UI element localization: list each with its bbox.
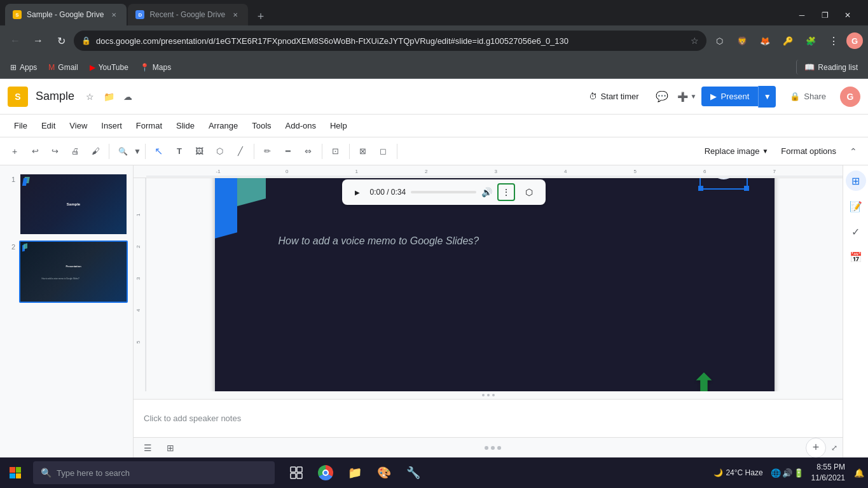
select-button[interactable]: ↖	[149, 142, 169, 161]
bookmark-youtube[interactable]: ▶ YouTube	[85, 59, 134, 76]
slide-thumb-1[interactable]: 1 Sample	[5, 173, 128, 235]
play-button[interactable]: ▶	[350, 185, 365, 200]
shape-button[interactable]: ⬡	[210, 142, 230, 161]
taskbar-notifications[interactable]: 🌐 🔊 🔋	[768, 468, 806, 478]
chrome-taskbar-icon[interactable]	[312, 459, 340, 487]
sidebar-tasks-icon[interactable]: ✓	[846, 221, 866, 242]
forward-button[interactable]: →	[28, 31, 48, 51]
share-button[interactable]: 🔒 Share	[781, 87, 835, 106]
edit-pen-button[interactable]: ✏	[258, 142, 277, 161]
sidebar-notes-icon[interactable]: 📝	[846, 196, 866, 216]
zoom-out-icon[interactable]: ➕	[677, 92, 688, 102]
dash-style-button[interactable]: ⇔	[299, 142, 318, 161]
undo-button[interactable]: ↩	[25, 142, 45, 161]
tab-recent[interactable]: D Recent - Google Drive ✕	[128, 4, 248, 25]
tab-sample[interactable]: S Sample - Google Drive ✕	[5, 4, 127, 25]
start-button[interactable]	[0, 457, 31, 488]
menu-format[interactable]: Format	[130, 118, 169, 133]
tab-close-2[interactable]: ✕	[230, 10, 240, 20]
bookmark-gmail[interactable]: M Gmail	[43, 59, 83, 76]
file-title[interactable]: Sample	[36, 90, 74, 103]
add-toolbar-button[interactable]: +	[5, 142, 24, 161]
menu-file[interactable]: File	[8, 118, 34, 133]
minimize-button[interactable]: ─	[792, 5, 812, 25]
metamask-icon[interactable]: 🦊	[755, 31, 775, 51]
new-tab-button[interactable]: +	[252, 8, 270, 25]
expand-icon[interactable]: ⤢	[831, 443, 837, 452]
slide-preview-2[interactable]: Presentation How to add a voice memo to …	[19, 241, 128, 303]
sidebar-explore-icon[interactable]: ⊞	[846, 171, 866, 191]
canvas-main[interactable]: Presentation ▶ 0:00 / 0:34 🔊 ⋮ ⬡	[146, 178, 843, 391]
extensions-icon[interactable]: ⬡	[709, 31, 729, 51]
slide-thumb-2[interactable]: 2 Presentation How to add a voice memo t…	[5, 241, 128, 303]
zoom-dropdown-icon[interactable]: ▼	[691, 93, 697, 100]
paint-icon[interactable]: 🎨	[370, 459, 398, 487]
extension-puzzle-icon[interactable]: 🧩	[801, 31, 821, 51]
format-options-button[interactable]: Format options	[776, 144, 841, 158]
file-explorer-icon[interactable]: 📁	[341, 459, 369, 487]
slide-canvas[interactable]: Presentation ▶ 0:00 / 0:34 🔊 ⋮ ⬡	[215, 178, 775, 391]
print-button[interactable]: 🖨	[65, 142, 85, 161]
tab-close-1[interactable]: ✕	[109, 10, 119, 20]
bookmark-apps[interactable]: ⊞ Apps	[5, 59, 42, 76]
task-view-icon[interactable]	[282, 459, 310, 487]
menu-view[interactable]: View	[63, 118, 93, 133]
present-dropdown[interactable]: ▼	[758, 86, 776, 108]
close-window-button[interactable]: ✕	[837, 5, 858, 25]
reload-button[interactable]: ↻	[51, 31, 71, 51]
zoom-button[interactable]: 🔍	[113, 142, 132, 161]
taskbar-weather[interactable]: 🌙 24°C Haze	[708, 468, 768, 477]
image-button[interactable]: 🖼	[190, 142, 209, 161]
audio-player[interactable]: ▶ 0:00 / 0:34 🔊 ⋮ ⬡	[342, 179, 546, 205]
menu-slide[interactable]: Slide	[170, 118, 201, 133]
reading-list-button[interactable]: 📖 Reading list	[796, 60, 863, 74]
menu-insert[interactable]: Insert	[95, 118, 128, 133]
replace-image-button[interactable]: Replace image ▼	[699, 144, 774, 158]
menu-button[interactable]: ⋮	[823, 31, 844, 51]
taskbar-clock[interactable]: 8:55 PM 11/6/2021	[806, 457, 850, 488]
sidebar-calendar-icon[interactable]: 📅	[846, 247, 866, 267]
paintformat-button[interactable]: 🖌	[86, 142, 105, 161]
present-button[interactable]: ▶ Present	[701, 87, 758, 106]
back-button[interactable]: ←	[5, 31, 25, 51]
star-icon[interactable]: ☆	[691, 36, 699, 46]
keepassxc-icon[interactable]: 🔑	[778, 31, 798, 51]
more-options-button[interactable]: ⋮	[497, 183, 515, 201]
comment-button[interactable]: 💬	[652, 87, 672, 107]
bookmark-maps[interactable]: 📍 Maps	[135, 59, 176, 76]
line-style-button[interactable]: ━	[279, 142, 298, 161]
action-center-button[interactable]: 🔔	[850, 457, 868, 488]
toolbar-collapse-button[interactable]: ⌃	[844, 142, 863, 161]
menu-arrange[interactable]: Arrange	[202, 118, 244, 133]
handle-br[interactable]	[744, 186, 749, 191]
lines-button[interactable]: ╱	[231, 142, 250, 161]
profile-avatar[interactable]: G	[846, 32, 863, 49]
move-to-folder-icon[interactable]: 📁	[101, 89, 116, 104]
redo-button[interactable]: ↪	[45, 142, 64, 161]
start-timer-button[interactable]: ⏱ Start timer	[581, 88, 647, 105]
menu-addons[interactable]: Add-ons	[279, 118, 322, 133]
menu-help[interactable]: Help	[324, 118, 354, 133]
text-button[interactable]: T	[170, 142, 189, 161]
volume-button[interactable]: 🔊	[481, 187, 492, 197]
address-bar[interactable]: 🔒 docs.google.com/presentation/d/1eGTXE6…	[74, 31, 706, 51]
add-slide-button[interactable]: +	[806, 438, 826, 458]
taskbar-search[interactable]: 🔍 Type here to search	[33, 461, 275, 484]
text-box-button[interactable]: ⊡	[326, 142, 345, 161]
brave-icon[interactable]: 🦁	[732, 31, 752, 51]
cloud-save-icon[interactable]: ☁	[120, 89, 135, 104]
slide-preview-1[interactable]: Sample	[19, 173, 128, 235]
external-link-button[interactable]: ⬡	[520, 183, 538, 201]
handle-bl[interactable]	[698, 186, 703, 191]
grid-view-button[interactable]: ⊞	[162, 439, 179, 457]
app-icon-5[interactable]: 🔧	[399, 459, 427, 487]
star-title-icon[interactable]: ☆	[82, 89, 97, 104]
list-view-button[interactable]: ☰	[139, 439, 156, 457]
menu-tools[interactable]: Tools	[245, 118, 277, 133]
speaker-notes[interactable]: Click to add speaker notes	[134, 399, 843, 437]
mask-button[interactable]: ◻	[374, 142, 393, 161]
audio-icon-container[interactable]: 🔊	[705, 178, 743, 185]
restore-button[interactable]: ❐	[815, 5, 835, 25]
crop-button[interactable]: ⊠	[354, 142, 373, 161]
user-avatar[interactable]: G	[840, 87, 860, 107]
